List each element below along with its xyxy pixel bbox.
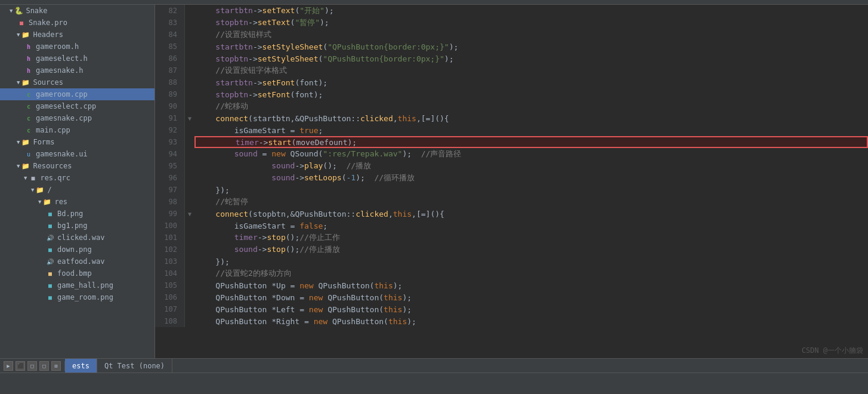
cpp-file-icon4: c [24,125,33,135]
gameselect-h[interactable]: h gameselect.h [0,53,155,64]
project-root[interactable]: ▼ 🐍 Snake [0,5,155,17]
game-room-png[interactable]: ■ game_room.png [0,291,155,303]
bottom-icon-3[interactable]: □ [27,361,37,371]
line-num-96: 96 [155,172,185,184]
line-num-94: 94 [155,148,185,160]
line-content-94: sound = new QSound(":res/Trepak.wav"); /… [194,148,868,160]
main-cpp[interactable]: c main.cpp [0,124,155,136]
snake-pro[interactable]: ■ Snake.pro [0,17,155,29]
line-arrow-108 [185,315,194,327]
tab-tests[interactable]: ests [65,359,97,373]
line-num-83: 83 [155,17,185,29]
code-editor[interactable]: 82 startbtn->setText("开始"); 83 stopbtn->… [155,5,868,358]
cpp-file-icon: c [24,90,33,99]
bottom-icon-1[interactable]: ▶ [4,361,13,371]
line-num-104: 104 [155,267,185,279]
game-room-png-name: game_room.png [57,293,113,301]
code-line-91: 91 ▼ connect(startbtn,&QPushButton::clic… [155,112,868,124]
code-line-102: 102 sound->stop();//停止播放 [155,244,868,256]
line-content-104: //设置蛇2的移动方向 [194,267,868,279]
h-file-icon3: h [24,66,33,75]
resources-folder[interactable]: ▼ 📁 Resources [0,160,155,172]
line-content-89: stopbtn->setFont(font); [194,88,868,100]
h-file-icon: h [24,42,33,51]
sources-folder[interactable]: ▼ 📁 Sources [0,76,155,88]
bottom-icon-4[interactable]: □ [39,361,49,371]
headers-folder[interactable]: ▼ 📁 Headers [0,29,155,41]
line-arrow-93 [185,136,194,148]
bottom-tabs: ▶ ⬛ □ □ ⊞ ests Qt Test (none) [0,359,868,373]
bd-png[interactable]: ■ Bd.png [0,208,155,220]
res-folder-name: res [54,198,67,206]
png-file-icon4: ■ [45,281,55,290]
root-folder-name: / [47,186,51,194]
down-png[interactable]: ■ down.png [0,244,155,256]
line-num-93: 93 [155,136,185,148]
gameroom-h[interactable]: h gameroom.h [0,41,155,53]
down-png-name: down.png [57,245,92,254]
res-folder[interactable]: ▼ 📁 res [0,196,155,208]
res-qrc-name: res.qrc [40,174,70,182]
line-arrow-87 [185,64,194,76]
line-content-102: sound->stop();//停止播放 [194,244,868,256]
gameroom-cpp-name: gameroom.cpp [36,90,88,98]
line-num-102: 102 [155,244,185,256]
forms-label: Forms [33,138,54,146]
line-arrow-88 [185,76,194,88]
sources-expand: ▼ [17,79,20,85]
res-folder-icon: 📁 [42,197,52,207]
watermark: CSDN @一个小腩袋 [802,346,863,356]
gameroom-cpp[interactable]: c gameroom.cpp [0,88,155,100]
code-line-96: 96 sound->setLoops(-1); //循环播放 [155,172,868,184]
h-file-icon2: h [24,54,33,63]
game-hall-png[interactable]: ■ game_hall.png [0,279,155,291]
root-folder-icon: 📁 [35,185,45,195]
code-line-106: 106 QPushButton *Down = new QPushButton(… [155,291,868,303]
line-num-108: 108 [155,315,185,327]
line-num-85: 85 [155,41,185,53]
line-num-87: 87 [155,64,185,76]
line-arrow-103 [185,256,194,267]
bg1-png-name: bg1.png [57,221,88,230]
png-file-icon: ■ [45,209,55,218]
gamesnake-cpp[interactable]: c gamesnake.cpp [0,112,155,124]
line-num-105: 105 [155,279,185,291]
forms-folder[interactable]: ▼ 📁 Forms [0,136,155,148]
gameselect-cpp[interactable]: c gameselect.cpp [0,100,155,112]
bg1-png[interactable]: ■ bg1.png [0,220,155,232]
root-folder[interactable]: ▼ 📁 / [0,184,155,196]
food-bmp[interactable]: ■ food.bmp [0,267,155,279]
line-arrow-106 [185,291,194,303]
gamesnake-ui[interactable]: u gamesnake.ui [0,148,155,160]
line-content-108: QPushButton *Right = new QPushButton(thi… [194,315,868,327]
line-content-99: connect(stopbtn,&QPushButton::clicked,th… [194,208,868,220]
gamesnake-h[interactable]: h gamesnake.h [0,64,155,76]
main-cpp-name: main.cpp [36,126,70,134]
code-content: 82 startbtn->setText("开始"); 83 stopbtn->… [155,5,868,327]
line-num-89: 89 [155,88,185,100]
gamesnake-cpp-name: gamesnake.cpp [36,114,92,122]
code-line-92: 92 isGameStart = true; [155,124,868,136]
code-line-89: 89 stopbtn->setFont(font); [155,88,868,100]
line-arrow-107 [185,303,194,315]
eatfood-wav[interactable]: 🔊 eatfood.wav [0,256,155,267]
line-num-95: 95 [155,160,185,172]
line-arrow-85 [185,41,194,53]
png-file-icon5: ■ [45,293,55,302]
code-line-95: 95 sound->play(); //播放 [155,160,868,172]
tab-qt-test[interactable]: Qt Test (none) [97,359,172,373]
res-qrc[interactable]: ▼ ■ res.qrc [0,172,155,184]
line-content-95: sound->play(); //播放 [194,160,868,172]
line-num-86: 86 [155,53,185,64]
bottom-icon-5[interactable]: ⊞ [51,361,61,371]
bottom-panel: ▶ ⬛ □ □ ⊞ ests Qt Test (none) [0,358,868,394]
code-line-104: 104 //设置蛇2的移动方向 [155,267,868,279]
resources-label: Resources [33,162,72,170]
png-file-icon2: ■ [45,221,55,230]
line-content-90: //蛇移动 [194,100,868,112]
line-num-82: 82 [155,5,185,17]
clicked-wav[interactable]: 🔊 clicked.wav [0,232,155,244]
res-expand: ▼ [38,199,41,205]
bottom-icon-2[interactable]: ⬛ [16,361,25,371]
line-num-103: 103 [155,256,185,267]
